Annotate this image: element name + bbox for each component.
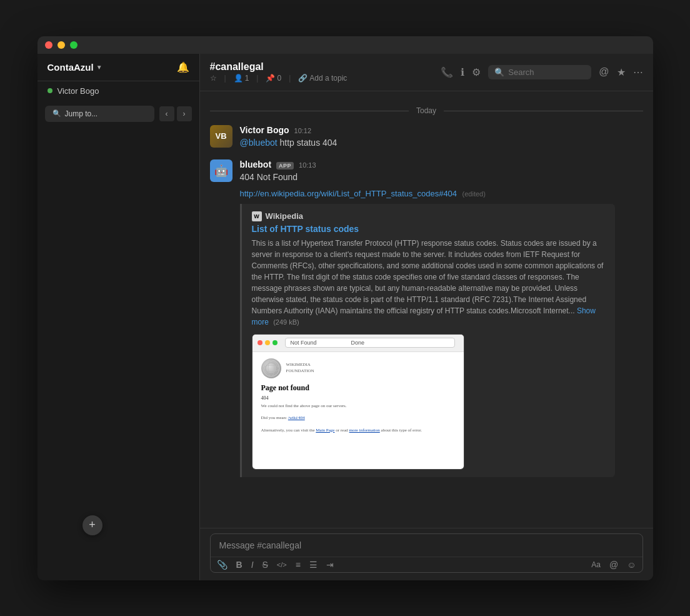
message-author: bluebot [240, 159, 272, 169]
wiki-body-text: We could not find the above page on our … [261, 403, 456, 434]
maximize-button[interactable] [70, 41, 78, 49]
browser-min-dot [265, 340, 270, 345]
preview-description: This is a list of Hypertext Transfer Pro… [252, 238, 608, 328]
sidebar: ContaAzul ▼ 🔔 Victor Bogo 🔍 Jump to... ‹… [38, 54, 200, 580]
day-divider-label: Today [409, 106, 444, 115]
preview-desc-text: This is a list of Hypertext Transfer Pro… [252, 239, 604, 315]
search-icon: 🔍 [494, 68, 504, 77]
link-icon: 🔗 [298, 74, 308, 83]
channel-name-row: #canallegal [210, 61, 348, 73]
channel-header: #canallegal ☆ | 👤 1 | 📌 0 [200, 54, 653, 91]
message-input-area: Message #canallegal 📎 B I S </> ≡ ☰ ⇥ Aa… [200, 528, 653, 580]
wiki-main-link: Main Page [316, 428, 334, 433]
members-count: 1 [245, 74, 249, 83]
workspace-name[interactable]: ContaAzul ▼ [48, 62, 102, 73]
browser-url-bar: Not Found Done [285, 338, 455, 348]
message-placeholder[interactable]: Message #canallegal [211, 534, 642, 557]
main-content: #canallegal ☆ | 👤 1 | 📌 0 [200, 54, 653, 580]
channel-name: #canallegal [210, 61, 264, 73]
message-time: 10:12 [294, 127, 312, 134]
settings-icon[interactable]: ⚙ [472, 66, 481, 78]
message-time: 10:13 [299, 161, 316, 169]
browser-close-dot [258, 340, 262, 345]
preview-image: Not Found Done [252, 334, 464, 470]
avatar: 🤖 [210, 159, 232, 182]
search-bar[interactable]: 🔍 [488, 65, 591, 79]
mention-icon[interactable]: @ [599, 66, 609, 78]
more-icon[interactable]: ⋯ [633, 66, 643, 78]
format-text-icon[interactable]: Aa [591, 560, 601, 569]
jump-to-button[interactable]: 🔍 Jump to... [45, 106, 154, 122]
message-link-row: http://en.wikipedia.org/wiki/List_of_HTT… [240, 188, 643, 199]
sidebar-username: Victor Bogo [58, 86, 99, 96]
info-icon[interactable]: ℹ [461, 66, 464, 78]
message-body: 404 Not Found [240, 172, 298, 182]
message-input-toolbar: 📎 B I S </> ≡ ☰ ⇥ Aa @ ☺ [211, 557, 642, 572]
channel-star-icon[interactable]: ☆ [210, 74, 217, 83]
wikimedia-ball-icon [261, 358, 281, 378]
edited-tag: (edited) [462, 190, 486, 198]
wiki-logo-area: WIKIMEDIAFOUNDATION [261, 358, 456, 378]
channel-header-left: #canallegal ☆ | 👤 1 | 📌 0 [210, 61, 348, 83]
bold-icon[interactable]: B [236, 560, 242, 570]
members-icon: 👤 [234, 74, 243, 83]
attachment-icon[interactable]: 📎 [217, 560, 228, 570]
ordered-list-icon[interactable]: ≡ [296, 560, 301, 570]
sidebar-header: ContaAzul ▼ 🔔 [38, 54, 199, 81]
message-body: http status 404 [280, 138, 338, 148]
wiki-screenshot: Not Found Done [252, 335, 464, 469]
preview-title[interactable]: List of HTTP status codes [252, 224, 608, 234]
message-input-box: Message #canallegal 📎 B I S </> ≡ ☰ ⇥ Aa… [210, 533, 643, 573]
nav-arrows: ‹ › [159, 106, 192, 121]
workspace-label: ContaAzul [48, 62, 94, 73]
message-header: Victor Bogo 10:12 [240, 125, 643, 135]
wiki-foundation-text: WIKIMEDIAFOUNDATION [286, 362, 314, 373]
app-body: ContaAzul ▼ 🔔 Victor Bogo 🔍 Jump to... ‹… [38, 54, 653, 580]
strikethrough-icon[interactable]: S [262, 560, 268, 570]
add-channel-button[interactable]: + [82, 515, 102, 535]
wiki-page-content: WIKIMEDIAFOUNDATION Page not found 404 W… [252, 352, 464, 440]
search-input[interactable] [508, 68, 585, 77]
close-button[interactable] [45, 41, 52, 49]
avatar: VB [210, 125, 232, 148]
wiki-browser-bar: Not Found Done [252, 335, 464, 352]
at-mention-icon[interactable]: @ [609, 560, 618, 570]
forward-arrow-button[interactable]: › [177, 106, 192, 121]
message-text: @bluebot http status 404 [240, 136, 643, 149]
emoji-icon[interactable]: ☺ [627, 560, 636, 570]
indent-icon[interactable]: ⇥ [326, 560, 334, 570]
unordered-list-icon[interactable]: ☰ [309, 560, 318, 570]
wiki-suggest-link: /wiki/404 [288, 415, 305, 420]
phone-icon[interactable]: 📞 [441, 66, 453, 78]
minimize-button[interactable] [58, 41, 65, 49]
jump-label: Jump to... [65, 109, 98, 118]
code-icon[interactable]: </> [277, 561, 287, 568]
wiki-sub-title: 404 [261, 395, 456, 401]
preview-site-name: Wikipedia [266, 211, 304, 221]
jump-icon: 🔍 [52, 109, 61, 118]
channel-pins: 📌 0 [266, 74, 281, 83]
day-divider: Today [210, 106, 643, 115]
sidebar-user-row: Victor Bogo [38, 81, 199, 101]
preview-site: W Wikipedia [252, 211, 608, 221]
channel-header-right: 📞 ℹ ⚙ 🔍 @ ★ ⋯ [441, 65, 642, 79]
message-content: bluebot APP 10:13 404 Not Found http://e… [240, 159, 643, 477]
message-link[interactable]: http://en.wikipedia.org/wiki/List_of_HTT… [240, 189, 458, 198]
browser-max-dot [272, 340, 278, 345]
italic-icon[interactable]: I [251, 560, 254, 570]
back-arrow-button[interactable]: ‹ [159, 106, 174, 121]
app-badge: APP [276, 162, 294, 169]
star-icon[interactable]: ★ [617, 66, 626, 78]
user-status-dot [48, 88, 52, 93]
message-author: Victor Bogo [240, 125, 289, 135]
notification-bell-icon[interactable]: 🔔 [177, 61, 189, 73]
pins-count: 0 [277, 74, 281, 83]
add-topic-button[interactable]: 🔗 Add a topic [298, 74, 347, 83]
messages-area[interactable]: Today VB Victor Bogo 10:12 @bluebot http… [200, 91, 653, 528]
message-text: 404 Not Found [240, 171, 643, 184]
message-header: bluebot APP 10:13 [240, 159, 643, 169]
channel-meta: ☆ | 👤 1 | 📌 0 | 🔗 [210, 74, 348, 83]
wiki-page-title: Page not found [261, 383, 456, 393]
pin-icon: 📌 [266, 74, 275, 83]
message-group: VB Victor Bogo 10:12 @bluebot http statu… [210, 125, 643, 149]
